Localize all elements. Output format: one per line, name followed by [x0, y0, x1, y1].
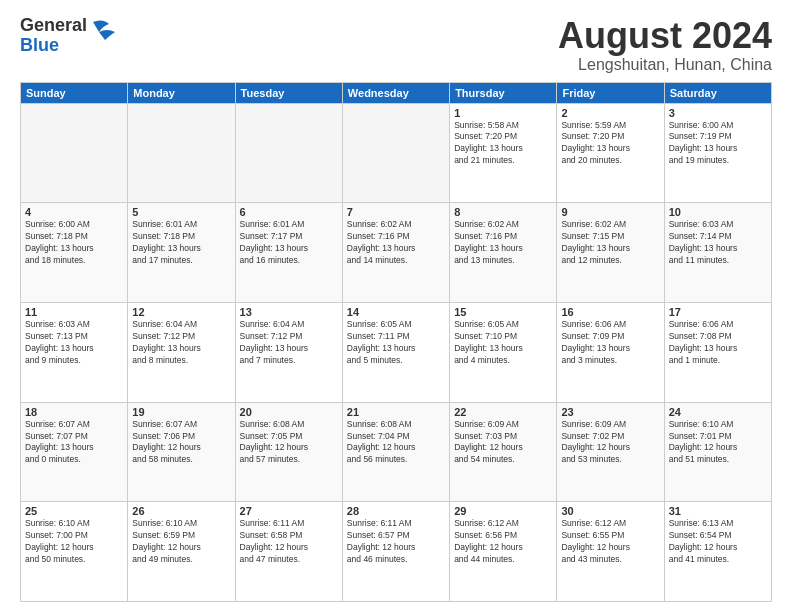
day-info: Sunrise: 6:01 AM Sunset: 7:17 PM Dayligh… [240, 219, 338, 267]
calendar-cell [235, 103, 342, 203]
weekday-header: Sunday [21, 82, 128, 103]
day-number: 13 [240, 306, 338, 318]
weekday-header: Friday [557, 82, 664, 103]
logo-text: GeneralBlue [20, 16, 87, 56]
calendar-cell: 30Sunrise: 6:12 AM Sunset: 6:55 PM Dayli… [557, 502, 664, 602]
calendar-cell: 23Sunrise: 6:09 AM Sunset: 7:02 PM Dayli… [557, 402, 664, 502]
day-info: Sunrise: 6:07 AM Sunset: 7:06 PM Dayligh… [132, 419, 230, 467]
calendar-cell: 24Sunrise: 6:10 AM Sunset: 7:01 PM Dayli… [664, 402, 771, 502]
day-number: 26 [132, 505, 230, 517]
day-info: Sunrise: 6:05 AM Sunset: 7:10 PM Dayligh… [454, 319, 552, 367]
calendar-cell: 13Sunrise: 6:04 AM Sunset: 7:12 PM Dayli… [235, 302, 342, 402]
day-info: Sunrise: 6:02 AM Sunset: 7:16 PM Dayligh… [454, 219, 552, 267]
title-block: August 2024 Lengshuitan, Hunan, China [558, 16, 772, 74]
calendar-cell: 20Sunrise: 6:08 AM Sunset: 7:05 PM Dayli… [235, 402, 342, 502]
day-number: 24 [669, 406, 767, 418]
calendar-cell: 15Sunrise: 6:05 AM Sunset: 7:10 PM Dayli… [450, 302, 557, 402]
weekday-header-row: SundayMondayTuesdayWednesdayThursdayFrid… [21, 82, 772, 103]
calendar-cell: 7Sunrise: 6:02 AM Sunset: 7:16 PM Daylig… [342, 203, 449, 303]
header: GeneralBlue August 2024 Lengshuitan, Hun… [20, 16, 772, 74]
calendar-cell: 8Sunrise: 6:02 AM Sunset: 7:16 PM Daylig… [450, 203, 557, 303]
calendar-cell: 3Sunrise: 6:00 AM Sunset: 7:19 PM Daylig… [664, 103, 771, 203]
day-number: 11 [25, 306, 123, 318]
calendar-cell: 22Sunrise: 6:09 AM Sunset: 7:03 PM Dayli… [450, 402, 557, 502]
calendar-cell: 14Sunrise: 6:05 AM Sunset: 7:11 PM Dayli… [342, 302, 449, 402]
day-info: Sunrise: 6:07 AM Sunset: 7:07 PM Dayligh… [25, 419, 123, 467]
location: Lengshuitan, Hunan, China [558, 56, 772, 74]
logo: GeneralBlue [20, 16, 119, 56]
week-row: 4Sunrise: 6:00 AM Sunset: 7:18 PM Daylig… [21, 203, 772, 303]
day-number: 23 [561, 406, 659, 418]
day-info: Sunrise: 6:06 AM Sunset: 7:08 PM Dayligh… [669, 319, 767, 367]
day-number: 12 [132, 306, 230, 318]
day-number: 1 [454, 107, 552, 119]
day-number: 8 [454, 206, 552, 218]
day-info: Sunrise: 6:11 AM Sunset: 6:58 PM Dayligh… [240, 518, 338, 566]
calendar-cell: 27Sunrise: 6:11 AM Sunset: 6:58 PM Dayli… [235, 502, 342, 602]
day-info: Sunrise: 6:02 AM Sunset: 7:15 PM Dayligh… [561, 219, 659, 267]
calendar-cell: 31Sunrise: 6:13 AM Sunset: 6:54 PM Dayli… [664, 502, 771, 602]
day-info: Sunrise: 6:12 AM Sunset: 6:56 PM Dayligh… [454, 518, 552, 566]
day-info: Sunrise: 6:00 AM Sunset: 7:19 PM Dayligh… [669, 120, 767, 168]
day-number: 9 [561, 206, 659, 218]
calendar-cell: 10Sunrise: 6:03 AM Sunset: 7:14 PM Dayli… [664, 203, 771, 303]
day-info: Sunrise: 6:03 AM Sunset: 7:13 PM Dayligh… [25, 319, 123, 367]
calendar-cell: 9Sunrise: 6:02 AM Sunset: 7:15 PM Daylig… [557, 203, 664, 303]
day-number: 7 [347, 206, 445, 218]
day-info: Sunrise: 6:09 AM Sunset: 7:02 PM Dayligh… [561, 419, 659, 467]
day-number: 19 [132, 406, 230, 418]
day-number: 18 [25, 406, 123, 418]
day-number: 10 [669, 206, 767, 218]
calendar-cell: 25Sunrise: 6:10 AM Sunset: 7:00 PM Dayli… [21, 502, 128, 602]
day-info: Sunrise: 6:10 AM Sunset: 7:00 PM Dayligh… [25, 518, 123, 566]
calendar-cell: 2Sunrise: 5:59 AM Sunset: 7:20 PM Daylig… [557, 103, 664, 203]
day-number: 31 [669, 505, 767, 517]
weekday-header: Tuesday [235, 82, 342, 103]
day-info: Sunrise: 6:10 AM Sunset: 6:59 PM Dayligh… [132, 518, 230, 566]
day-info: Sunrise: 6:12 AM Sunset: 6:55 PM Dayligh… [561, 518, 659, 566]
calendar-cell: 1Sunrise: 5:58 AM Sunset: 7:20 PM Daylig… [450, 103, 557, 203]
day-info: Sunrise: 6:05 AM Sunset: 7:11 PM Dayligh… [347, 319, 445, 367]
week-row: 18Sunrise: 6:07 AM Sunset: 7:07 PM Dayli… [21, 402, 772, 502]
calendar-cell: 29Sunrise: 6:12 AM Sunset: 6:56 PM Dayli… [450, 502, 557, 602]
day-number: 6 [240, 206, 338, 218]
calendar-cell: 16Sunrise: 6:06 AM Sunset: 7:09 PM Dayli… [557, 302, 664, 402]
calendar-cell: 21Sunrise: 6:08 AM Sunset: 7:04 PM Dayli… [342, 402, 449, 502]
day-info: Sunrise: 6:08 AM Sunset: 7:04 PM Dayligh… [347, 419, 445, 467]
day-info: Sunrise: 6:09 AM Sunset: 7:03 PM Dayligh… [454, 419, 552, 467]
calendar-cell: 19Sunrise: 6:07 AM Sunset: 7:06 PM Dayli… [128, 402, 235, 502]
day-info: Sunrise: 6:01 AM Sunset: 7:18 PM Dayligh… [132, 219, 230, 267]
week-row: 1Sunrise: 5:58 AM Sunset: 7:20 PM Daylig… [21, 103, 772, 203]
day-info: Sunrise: 6:10 AM Sunset: 7:01 PM Dayligh… [669, 419, 767, 467]
calendar-cell [342, 103, 449, 203]
calendar-cell: 5Sunrise: 6:01 AM Sunset: 7:18 PM Daylig… [128, 203, 235, 303]
calendar-cell: 6Sunrise: 6:01 AM Sunset: 7:17 PM Daylig… [235, 203, 342, 303]
calendar-cell: 11Sunrise: 6:03 AM Sunset: 7:13 PM Dayli… [21, 302, 128, 402]
day-number: 2 [561, 107, 659, 119]
weekday-header: Wednesday [342, 82, 449, 103]
calendar-cell: 28Sunrise: 6:11 AM Sunset: 6:57 PM Dayli… [342, 502, 449, 602]
day-number: 25 [25, 505, 123, 517]
day-info: Sunrise: 6:08 AM Sunset: 7:05 PM Dayligh… [240, 419, 338, 467]
day-info: Sunrise: 6:06 AM Sunset: 7:09 PM Dayligh… [561, 319, 659, 367]
day-number: 21 [347, 406, 445, 418]
weekday-header: Saturday [664, 82, 771, 103]
logo-general: General [20, 16, 87, 36]
day-number: 14 [347, 306, 445, 318]
week-row: 11Sunrise: 6:03 AM Sunset: 7:13 PM Dayli… [21, 302, 772, 402]
day-number: 28 [347, 505, 445, 517]
logo-bird-icon [89, 18, 119, 54]
day-info: Sunrise: 6:03 AM Sunset: 7:14 PM Dayligh… [669, 219, 767, 267]
logo: GeneralBlue [20, 16, 119, 56]
day-number: 17 [669, 306, 767, 318]
calendar-cell: 18Sunrise: 6:07 AM Sunset: 7:07 PM Dayli… [21, 402, 128, 502]
day-number: 29 [454, 505, 552, 517]
calendar-table: SundayMondayTuesdayWednesdayThursdayFrid… [20, 82, 772, 602]
day-info: Sunrise: 5:58 AM Sunset: 7:20 PM Dayligh… [454, 120, 552, 168]
weekday-header: Monday [128, 82, 235, 103]
day-number: 22 [454, 406, 552, 418]
month-year: August 2024 [558, 16, 772, 56]
calendar-cell: 12Sunrise: 6:04 AM Sunset: 7:12 PM Dayli… [128, 302, 235, 402]
day-number: 20 [240, 406, 338, 418]
week-row: 25Sunrise: 6:10 AM Sunset: 7:00 PM Dayli… [21, 502, 772, 602]
